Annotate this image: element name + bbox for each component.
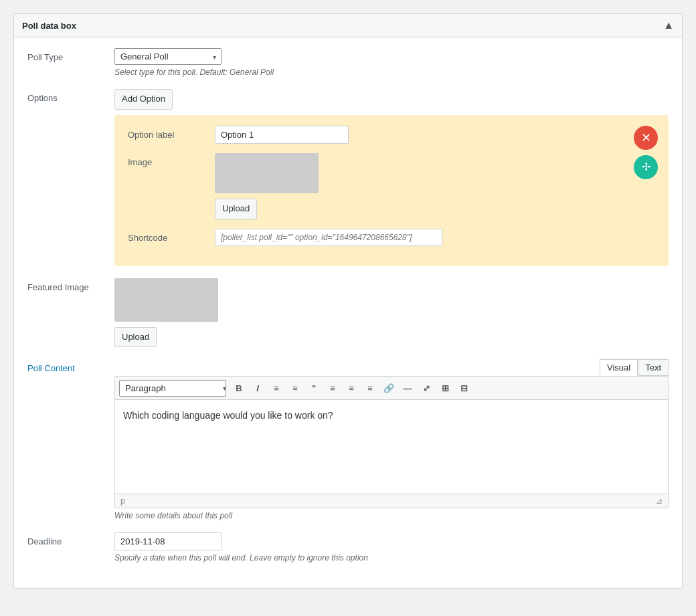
option-card: Option label Image Upload Shortcode: [114, 115, 669, 266]
align-left-button[interactable]: ≡: [324, 379, 341, 397]
move-option-button[interactable]: ✢: [634, 155, 658, 179]
panel-title: Poll data box: [22, 21, 76, 31]
deadline-input[interactable]: [114, 532, 222, 550]
option-image-label: Image: [128, 153, 215, 167]
editor-content[interactable]: Which coding language would you like to …: [115, 400, 668, 494]
ordered-list-button[interactable]: ≡: [286, 379, 304, 397]
editor-wrapper: Paragraph Heading 1 Heading 2 Heading 3 …: [114, 376, 669, 508]
link-icon: 🔗: [383, 383, 394, 393]
option-shortcode-row: Shortcode: [128, 229, 655, 246]
featured-image-content: Upload: [114, 278, 669, 348]
option-shortcode-content: [215, 229, 655, 246]
poll-content-help: Write some details about this poll: [114, 511, 669, 520]
italic-button[interactable]: I: [249, 379, 266, 397]
tab-visual[interactable]: Visual: [600, 359, 638, 376]
option-label-field-content: [215, 126, 655, 144]
option-label-input[interactable]: [215, 126, 349, 144]
italic-icon: I: [256, 383, 259, 393]
option-image-row: Image Upload: [128, 153, 655, 219]
option-image-placeholder: [215, 153, 319, 193]
panel-body: Poll Type General Poll Image Poll Video …: [14, 37, 682, 588]
options-content: Add Option Option label Image Upload: [114, 89, 669, 266]
poll-content-field: Visual Text Paragraph Heading 1 Heading …: [114, 359, 669, 520]
fullscreen-icon: ⤢: [423, 383, 430, 393]
options-row: Options Add Option Option label Image: [27, 89, 669, 266]
deadline-row: Deadline Specify a date when this poll w…: [27, 532, 669, 562]
option-label-field-label: Option label: [128, 126, 215, 140]
option-shortcode-input[interactable]: [215, 229, 442, 246]
align-right-button[interactable]: ≡: [361, 379, 379, 397]
featured-image-upload-button[interactable]: Upload: [114, 327, 157, 348]
grid-button[interactable]: ⊟: [455, 379, 472, 397]
resize-handle-icon: ⊿: [656, 496, 663, 506]
panel-toggle-icon[interactable]: ▲: [663, 19, 674, 31]
remove-option-button[interactable]: ✕: [634, 126, 658, 150]
featured-image-placeholder: [114, 278, 218, 322]
table-button[interactable]: ⊞: [436, 379, 454, 397]
options-label: Options: [27, 89, 114, 103]
tab-text[interactable]: Text: [638, 359, 669, 376]
deadline-content: Specify a date when this poll will end. …: [114, 532, 669, 562]
hr-icon: —: [404, 383, 412, 393]
blockquote-icon: ": [312, 383, 316, 393]
featured-image-label: Featured Image: [27, 278, 114, 292]
poll-type-select[interactable]: General Poll Image Poll Video Poll: [114, 48, 222, 65]
editor-tag: p: [120, 496, 125, 506]
option-upload-button[interactable]: Upload: [215, 199, 257, 219]
poll-type-help: Select type for this poll. Default: Gene…: [114, 68, 669, 77]
editor-text: Which coding language would you like to …: [123, 410, 333, 421]
align-center-icon: ≡: [349, 383, 354, 393]
editor-toolbar: Paragraph Heading 1 Heading 2 Heading 3 …: [115, 377, 668, 400]
align-center-button[interactable]: ≡: [343, 379, 360, 397]
option-image-content: Upload: [215, 153, 655, 219]
poll-content-row: Poll Content Visual Text Paragraph Headi…: [27, 359, 669, 520]
poll-type-content: General Poll Image Poll Video Poll ▾ Sel…: [114, 48, 669, 77]
poll-type-label: Poll Type: [27, 48, 114, 62]
panel-header: Poll data box ▲: [14, 14, 682, 37]
move-icon: ✢: [642, 161, 650, 173]
add-option-button[interactable]: Add Option: [114, 89, 173, 110]
poll-type-select-wrapper: General Poll Image Poll Video Poll ▾: [114, 48, 222, 65]
deadline-help: Specify a date when this poll will end. …: [114, 553, 669, 562]
ol-icon: ≡: [292, 383, 298, 393]
grid-icon: ⊟: [460, 383, 468, 393]
align-right-icon: ≡: [367, 383, 373, 393]
bold-icon: B: [236, 383, 242, 393]
align-left-icon: ≡: [330, 383, 335, 393]
editor-tabs: Visual Text: [114, 359, 669, 376]
option-label-row: Option label: [128, 126, 655, 144]
poll-content-label: Poll Content: [27, 359, 114, 373]
option-shortcode-label: Shortcode: [128, 229, 215, 243]
fullscreen-button[interactable]: ⤢: [418, 379, 435, 397]
editor-footer: p ⊿: [115, 494, 668, 508]
poll-data-panel: Poll data box ▲ Poll Type General Poll I…: [13, 13, 683, 589]
close-icon: ✕: [641, 130, 651, 145]
blockquote-button[interactable]: ": [305, 379, 323, 397]
ul-icon: ≡: [274, 383, 279, 393]
deadline-label: Deadline: [27, 532, 114, 546]
poll-type-row: Poll Type General Poll Image Poll Video …: [27, 48, 669, 77]
unordered-list-button[interactable]: ≡: [268, 379, 285, 397]
featured-image-row: Featured Image Upload: [27, 278, 669, 348]
paragraph-select-wrapper: Paragraph Heading 1 Heading 2 Heading 3 …: [119, 380, 229, 397]
horizontal-rule-button[interactable]: —: [399, 379, 416, 397]
link-button[interactable]: 🔗: [380, 379, 398, 397]
table-icon: ⊞: [442, 383, 449, 393]
bold-button[interactable]: B: [230, 379, 248, 397]
paragraph-select[interactable]: Paragraph Heading 1 Heading 2 Heading 3: [119, 380, 226, 397]
